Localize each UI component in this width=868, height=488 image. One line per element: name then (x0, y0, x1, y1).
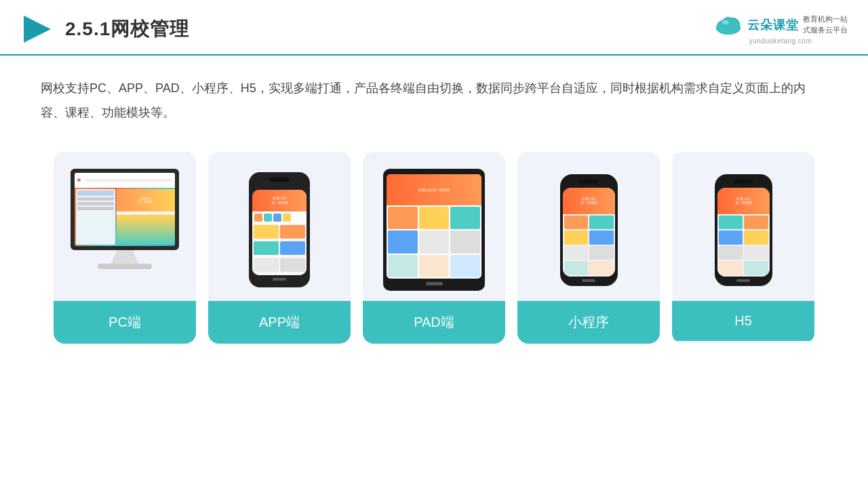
card-app: 职通人的第一堂钢课 (208, 152, 351, 344)
header-left: 2.5.1网校管理 (20, 12, 189, 46)
card-label-h5: H5 (672, 301, 814, 341)
card-label-pad: PAD端 (363, 301, 505, 344)
cloud-icon (713, 14, 743, 36)
device-miniphone: 职通人的第一堂钢课 (560, 174, 618, 286)
logo-area: 云朵课堂 教育机构一站 式服务云平台 yunduoketang.com (713, 14, 848, 45)
card-image-pad: 职通人的 第一堂钢课 (363, 152, 505, 301)
card-image-pc: 职通人的第一堂钢课 (54, 152, 196, 301)
card-label-app: APP端 (208, 301, 351, 344)
logo-url: yunduoketang.com (749, 37, 812, 45)
logo-slogan: 教育机构一站 式服务云平台 (803, 14, 848, 35)
page-title: 2.5.1网校管理 (65, 16, 189, 42)
device-miniphone-h5: 职通人的第一堂钢课 (715, 174, 772, 286)
card-image-h5: 职通人的第一堂钢课 (672, 152, 814, 301)
card-label-pc: PC端 (54, 301, 196, 344)
card-image-app: 职通人的第一堂钢课 (208, 152, 351, 301)
card-pad: 职通人的 第一堂钢课 (363, 152, 505, 344)
device-pc: 职通人的第一堂钢课 (64, 169, 186, 291)
device-pad: 职通人的 第一堂钢课 (383, 169, 485, 291)
logo-cloud: 云朵课堂 教育机构一站 式服务云平台 (713, 14, 848, 36)
card-h5: 职通人的第一堂钢课 H5 (672, 152, 814, 344)
play-icon (20, 12, 54, 46)
svg-marker-0 (24, 16, 51, 43)
card-image-miniprogram: 职通人的第一堂钢课 (517, 152, 660, 301)
cards-container: 职通人的第一堂钢课 (0, 138, 868, 364)
description-text: 网校支持PC、APP、PAD、小程序、H5，实现多端打通，产品各终端自由切换，数… (0, 56, 868, 138)
header: 2.5.1网校管理 云朵课堂 教育机构一站 式服务云平台 yunduoketan… (0, 0, 868, 56)
card-miniprogram: 职通人的第一堂钢课 小程序 (517, 152, 660, 344)
card-label-miniprogram: 小程序 (517, 301, 660, 344)
svg-point-9 (722, 20, 729, 24)
card-pc: 职通人的第一堂钢课 (54, 152, 196, 344)
device-phone: 职通人的第一堂钢课 (249, 172, 310, 287)
logo-text: 云朵课堂 (747, 17, 799, 33)
